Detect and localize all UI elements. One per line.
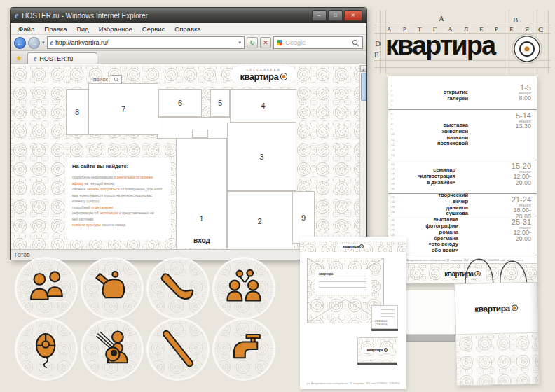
dimension-d: D (375, 39, 381, 48)
address-line (335, 275, 366, 276)
site-logo[interactable]: АРТГАЛЕРЕЯ квартира (231, 66, 296, 83)
info-text: вам нужно навести курсор на интересующую… (72, 193, 152, 197)
computer-mouse-icon (17, 320, 76, 379)
scrollbar[interactable]: ▲ ▼ (359, 65, 366, 249)
day-numbers: ·6·7·8·9·10·11·12·13·14 (388, 110, 399, 160)
scrollbar-thumb[interactable] (361, 73, 366, 101)
room-number: 8 (75, 108, 79, 116)
menu-item-3[interactable]: Избранное (94, 25, 137, 33)
site-logo-wordmark: квартира (240, 72, 287, 81)
peephole-icon (384, 348, 388, 352)
maximize-button[interactable]: □ (328, 10, 343, 21)
tab-bar: ★ e HOSTER.ru (11, 51, 366, 64)
menu-item-0[interactable]: Файл (13, 25, 39, 33)
info-link[interactable]: онлайн прогуляться (87, 187, 119, 191)
bag-pattern (456, 332, 539, 385)
visitors-icon (17, 259, 76, 318)
info-text: сможете (72, 187, 87, 191)
site-search-label: поиск (93, 76, 108, 83)
forward-button[interactable]: → (28, 37, 40, 49)
refresh-button[interactable]: ↻ (247, 37, 258, 48)
title-bar[interactable]: e HOSTER.ru - Windows Internet Explorer … (11, 8, 366, 23)
brand-wordmark: квартира (474, 303, 518, 314)
guide-line (374, 24, 551, 25)
room-3[interactable]: 3 (227, 122, 296, 191)
info-line: подробную информацию о деятельности гале… (72, 174, 165, 181)
brand-wordmark: квартира (367, 348, 388, 352)
entrance-label: вход (186, 237, 218, 244)
room-9[interactable]: 9 (292, 191, 315, 244)
address-bar[interactable]: e http://artkvartira.ru/ ▾ (47, 36, 245, 49)
canvas: e HOSTER.ru - Windows Internet Explorer … (0, 0, 555, 392)
status-text: Готов (15, 251, 30, 258)
stop-button[interactable]: ✕ (260, 37, 271, 48)
business-card-contacts: 2238600 2240956 (371, 305, 398, 329)
room-1[interactable]: 1 (176, 138, 227, 248)
menu-item-4[interactable]: Сервис (137, 25, 170, 33)
search-icon (114, 77, 119, 83)
info-link[interactable]: план галереи (91, 205, 113, 209)
brand-chip: квартира (337, 244, 369, 249)
room-number: 4 (261, 102, 265, 110)
room-number: 5 (218, 99, 222, 107)
scroll-up-icon[interactable]: ▲ (360, 65, 366, 72)
teapot-icon (83, 259, 142, 318)
tab-hoster[interactable]: e HOSTER.ru (27, 52, 97, 64)
info-link[interactable]: новости культуры (72, 223, 101, 227)
room-number: 1 (199, 214, 203, 223)
close-button[interactable]: ✕ (344, 10, 362, 21)
guitar-player-icon (83, 320, 142, 379)
search-icon[interactable] (352, 39, 359, 47)
menu-item-2[interactable]: Вид (71, 25, 93, 33)
brand-chip: квартира (439, 270, 486, 279)
event-dates: 21-24января18.00- 20.00 (499, 194, 537, 216)
menu-item-1[interactable]: Правка (39, 25, 71, 33)
info-line: подробный план галереи (72, 204, 165, 211)
dimension-a: A (439, 14, 444, 22)
info-text: информацию об (72, 211, 100, 215)
room-7[interactable]: 7 (88, 83, 158, 135)
favorites-star-icon[interactable]: ★ (13, 52, 25, 64)
menu-item-5[interactable]: Справка (170, 25, 205, 33)
card-text-line (381, 312, 395, 314)
back-button[interactable]: ← (14, 37, 26, 49)
day-numbers: ·1·2·3·4·5 (388, 82, 399, 109)
info-text: подробную информацию о (72, 175, 117, 179)
info-link[interactable]: афишу (72, 181, 83, 186)
event-dates: 15-20января12.00- 20.00 (499, 160, 537, 193)
info-line: комнату (цифру). (72, 198, 165, 204)
shopping-bag: квартира (454, 282, 539, 386)
info-line: сможете онлайн прогуляться по коммуналке… (72, 186, 165, 192)
minimize-button[interactable]: – (312, 10, 327, 21)
discussion-icon (214, 259, 273, 318)
room-2[interactable]: 2 (227, 191, 292, 249)
room-4[interactable]: 4 (230, 89, 296, 122)
room-number: 9 (301, 214, 306, 222)
info-title: На сайте вы найдете: (72, 163, 165, 169)
room-8[interactable]: 8 (66, 89, 88, 135)
site-info-box: На сайте вы найдете: подробную информаци… (66, 158, 171, 240)
letterhead-footer: ул. Академическая набережная, 11 квартир… (303, 382, 404, 385)
info-text: и представленных на (118, 211, 154, 215)
address-line (319, 281, 366, 282)
smoking-pipe-icon (149, 259, 207, 318)
window-title: HOSTER.ru - Windows Internet Explorer (22, 12, 308, 20)
brand-wordmark: квартира (319, 273, 333, 276)
room-5[interactable]: 5 (210, 89, 230, 117)
day-numbers: ·21·22·23·24 (388, 194, 399, 216)
search-box[interactable]: Google (273, 36, 363, 49)
address-dropdown-icon[interactable]: ▾ (238, 40, 241, 46)
history-dropdown-icon[interactable]: ▾ (42, 40, 45, 46)
logo-construction: A B C D E А Р Т Г А Л Е Р Е Я квартира (374, 10, 551, 74)
info-link[interactable]: деятельности галереи (117, 175, 153, 179)
brand-wordmark: квартира (343, 244, 364, 248)
search-placeholder: Google (285, 39, 349, 46)
room-number: 2 (257, 217, 261, 225)
event-dates: 25-31января12.00- 20.00 (499, 216, 537, 255)
address-text: http://artkvartira.ru/ (55, 39, 237, 46)
guide-line (548, 10, 549, 74)
info-link[interactable]: экспозиции (100, 211, 118, 215)
room-6[interactable]: 6 (158, 89, 202, 117)
stationery-sheet: квартира квартира 2238600 (300, 237, 406, 389)
schedule-event: ·15·16·17·18·19·20семинар «иллюстрация в… (388, 160, 537, 194)
